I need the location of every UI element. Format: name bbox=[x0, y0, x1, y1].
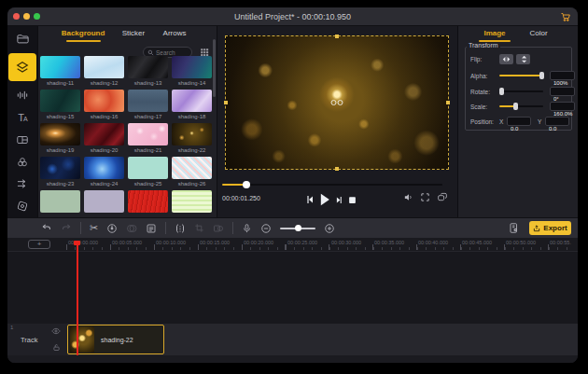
search-input[interactable] bbox=[156, 49, 193, 56]
thumbnail[interactable] bbox=[40, 123, 80, 145]
mask-button[interactable] bbox=[213, 223, 224, 234]
thumbnail[interactable] bbox=[172, 90, 212, 112]
library-item[interactable]: shading-25 bbox=[128, 157, 168, 187]
tab-color[interactable]: Color bbox=[529, 29, 547, 37]
volume-icon[interactable] bbox=[403, 192, 413, 202]
store-cart-icon[interactable] bbox=[560, 11, 571, 22]
rotate-slider[interactable] bbox=[499, 90, 543, 92]
export-button[interactable]: Export bbox=[529, 221, 571, 235]
fullscreen-icon[interactable] bbox=[420, 192, 430, 202]
library-item[interactable] bbox=[172, 190, 212, 217]
rotate-value-box[interactable] bbox=[550, 87, 575, 96]
sidebar-item-filters[interactable] bbox=[8, 151, 36, 173]
library-item[interactable]: shading-12 bbox=[84, 56, 124, 87]
timeline-clip[interactable]: shading-22 bbox=[67, 325, 164, 354]
tab-sticker[interactable]: Sticker bbox=[122, 29, 145, 37]
timeline-zoom-in-button[interactable] bbox=[324, 223, 335, 234]
thumbnail[interactable] bbox=[40, 190, 80, 213]
thumbnail[interactable] bbox=[128, 90, 168, 112]
sidebar-item-audio[interactable] bbox=[8, 84, 36, 106]
transform-center-handles[interactable] bbox=[331, 100, 343, 105]
library-item[interactable]: shading-20 bbox=[84, 123, 124, 154]
scrubber-handle[interactable] bbox=[243, 181, 250, 188]
thumbnail[interactable] bbox=[40, 157, 80, 179]
thumbnail[interactable] bbox=[128, 56, 168, 78]
position-x-value[interactable] bbox=[508, 125, 530, 132]
previous-frame-button[interactable] bbox=[306, 195, 314, 204]
thumbnail[interactable] bbox=[84, 157, 124, 179]
track-visibility-eye-icon[interactable] bbox=[51, 327, 61, 335]
timeline-zoom-slider[interactable] bbox=[280, 228, 315, 229]
tab-background[interactable]: Background bbox=[62, 29, 105, 37]
thumbnail[interactable] bbox=[84, 123, 124, 145]
playhead-line[interactable] bbox=[77, 241, 78, 355]
crop-button[interactable] bbox=[194, 223, 204, 233]
thumbnail[interactable] bbox=[128, 157, 168, 179]
thumbnail[interactable] bbox=[172, 157, 212, 179]
next-frame-button[interactable] bbox=[336, 196, 343, 204]
library-item[interactable]: shading-16 bbox=[84, 90, 124, 120]
position-x-box[interactable] bbox=[507, 117, 531, 126]
position-y-box[interactable] bbox=[545, 117, 569, 126]
record-voiceover-button[interactable] bbox=[242, 223, 252, 234]
undo-button[interactable] bbox=[41, 223, 52, 233]
thumbnail[interactable] bbox=[128, 123, 168, 145]
thumbnail[interactable] bbox=[40, 56, 80, 78]
alpha-value[interactable] bbox=[551, 79, 574, 87]
snapshot-icon[interactable] bbox=[437, 192, 448, 202]
preview-video[interactable] bbox=[225, 35, 449, 170]
library-item[interactable]: shading-11 bbox=[40, 56, 80, 87]
library-item[interactable]: shading-19 bbox=[40, 123, 80, 154]
thumbnail[interactable] bbox=[172, 190, 212, 213]
library-item[interactable] bbox=[40, 190, 80, 217]
cut-button[interactable]: ✂ bbox=[90, 223, 98, 233]
sidebar-item-rotate[interactable] bbox=[8, 195, 36, 217]
position-y-value[interactable] bbox=[546, 125, 568, 132]
redo-button[interactable] bbox=[61, 223, 72, 233]
thumbnail[interactable] bbox=[84, 190, 124, 213]
scrubber-track[interactable] bbox=[222, 184, 442, 186]
library-item[interactable]: shading-17 bbox=[128, 90, 168, 120]
preview-scrubber[interactable] bbox=[222, 181, 442, 188]
thumbnail[interactable] bbox=[84, 90, 124, 112]
sidebar-item-split-screen[interactable] bbox=[8, 129, 36, 151]
export-project-file-icon[interactable] bbox=[509, 222, 520, 234]
stop-button[interactable] bbox=[348, 196, 357, 204]
library-item[interactable]: shading-15 bbox=[40, 90, 80, 120]
split-button[interactable] bbox=[175, 223, 186, 234]
library-item[interactable]: shading-21 bbox=[128, 123, 168, 154]
thumbnail[interactable] bbox=[128, 190, 168, 213]
library-item[interactable] bbox=[84, 190, 124, 217]
library-item[interactable]: shading-18 bbox=[172, 90, 212, 120]
thumbnail[interactable] bbox=[172, 123, 212, 145]
library-item[interactable] bbox=[128, 190, 168, 217]
tab-arrows[interactable]: Arrows bbox=[163, 29, 187, 37]
play-button[interactable] bbox=[319, 193, 330, 206]
library-item[interactable]: shading-26 bbox=[172, 157, 212, 187]
sidebar-item-text[interactable]: TA bbox=[8, 106, 36, 129]
library-item[interactable]: shading-13 bbox=[128, 56, 168, 87]
track-lock-icon[interactable] bbox=[52, 343, 61, 352]
library-item[interactable]: shading-23 bbox=[40, 157, 80, 187]
timeline-zoom-handle[interactable] bbox=[295, 225, 301, 231]
alpha-value-box[interactable] bbox=[550, 71, 575, 80]
timeline-zoom-out-button[interactable] bbox=[260, 223, 272, 234]
thumbnail[interactable] bbox=[84, 56, 124, 78]
freeze-frame-button[interactable] bbox=[126, 223, 137, 234]
flip-vertical-button[interactable] bbox=[516, 54, 530, 64]
thumbnail[interactable] bbox=[172, 56, 212, 78]
library-scrollbar[interactable] bbox=[213, 39, 216, 97]
sidebar-item-background[interactable] bbox=[8, 53, 36, 81]
add-track-button[interactable]: + bbox=[28, 240, 50, 249]
library-item[interactable]: shading-24 bbox=[84, 157, 124, 187]
sidebar-item-elements[interactable] bbox=[8, 173, 36, 195]
alpha-slider[interactable] bbox=[499, 75, 543, 76]
speed-button[interactable] bbox=[106, 223, 118, 234]
flip-horizontal-button[interactable] bbox=[499, 54, 513, 64]
thumbnail[interactable] bbox=[40, 90, 80, 112]
timeline-ruler[interactable]: + 00:00:00.000 00:00:05.000 00:00:10.000… bbox=[7, 238, 578, 252]
library-item[interactable]: shading-22 bbox=[172, 123, 212, 154]
tab-image[interactable]: Image bbox=[483, 29, 505, 37]
scale-value-box[interactable] bbox=[550, 102, 575, 111]
track-lane[interactable]: shading-22 bbox=[67, 324, 578, 355]
